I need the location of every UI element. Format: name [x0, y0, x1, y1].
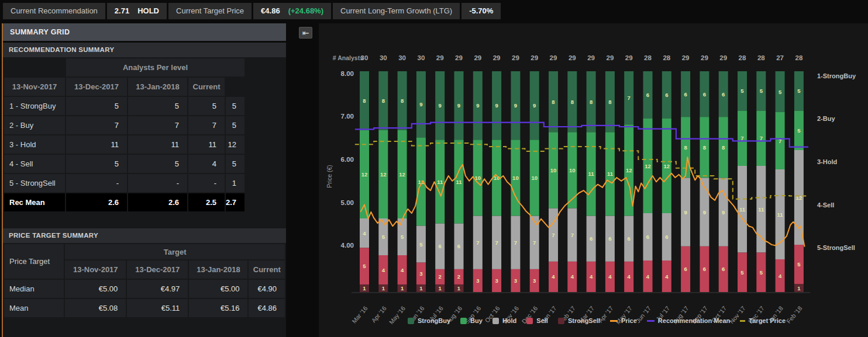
segment-count-label: 7 [533, 239, 536, 246]
segment-count-label: 12 [361, 171, 368, 178]
segment-count-label: 11 [437, 179, 443, 185]
price-target-summary-title: PRICE TARGET SUMMARY [3, 228, 286, 243]
segment-count-label: 4 [552, 273, 555, 280]
segment-count-label: 4 [363, 230, 366, 237]
cell-value: 4 [188, 155, 225, 173]
segment-count-label: 4 [401, 267, 404, 273]
recommendation-rating: HOLD [137, 3, 159, 19]
segment-count-label: 5 [419, 241, 423, 248]
segment-count-label: 11 [588, 171, 595, 177]
segment-count-label: 7 [476, 239, 479, 246]
empty-corner-cell [4, 58, 65, 77]
segment-count-label: 8 [363, 98, 366, 104]
segment-count-label: 9 [722, 209, 725, 216]
analysts-count: 30 [398, 54, 406, 61]
price-tick-label: 7.00 [341, 113, 354, 120]
cell-value: €5.08 [65, 299, 126, 317]
cell-value: 7 [66, 116, 127, 134]
segment-count-label: 6 [684, 91, 687, 98]
label-text: Current Recommendation [11, 3, 98, 19]
ltg-value: -5.70% [461, 3, 501, 19]
analysts-count: 29 [550, 54, 557, 61]
legend-label: StrongBuy [418, 317, 450, 324]
segment-count-label: 7 [571, 232, 574, 238]
cell-value: 5 [128, 155, 187, 173]
current-recommendation-value: 2.71 HOLD [107, 3, 167, 19]
analysts-count: 29 [531, 54, 538, 61]
current-target-price-label: Current Target Price [168, 3, 252, 19]
segment-count-label: 9 [476, 102, 479, 109]
legend-item-sell: Sell [526, 317, 548, 324]
segment-count-label: 9 [684, 209, 687, 216]
legend-swatch-icon [740, 320, 745, 322]
segment-count-label: 8 [608, 99, 611, 105]
segment-count-label: 5 [740, 269, 744, 276]
analysts-count: 29 [512, 54, 519, 61]
legend-item-price: Price [610, 317, 637, 324]
segment-count-label: 10 [550, 167, 557, 173]
segment-count-label: 8 [382, 98, 385, 104]
segment-count-label: 4 [646, 273, 650, 280]
legend-item-hold: Hold [492, 317, 516, 324]
cell-value: 2.6 [66, 193, 127, 211]
chart-canvas: # Analysts8.007.006.005.004.00Price (€)1… [319, 23, 868, 337]
current-stats-bar: Current Recommendation 2.71 HOLD Current… [3, 3, 501, 19]
segment-count-label: 12 [645, 163, 651, 169]
cell-value: 7 [128, 116, 187, 134]
column-header: Current [188, 78, 225, 96]
analysts-per-level-header: Analysts Per level [66, 58, 244, 77]
analysts-count: 29 [682, 54, 690, 61]
recommendation-history-chart: # Analysts8.007.006.005.004.00Price (€)1… [319, 23, 868, 337]
cell-value: 5 [226, 155, 244, 173]
segment-count-label: 5 [797, 127, 801, 134]
segment-count-label: 8 [703, 144, 706, 151]
segment-count-label: 5 [760, 88, 763, 94]
cell-value: €5.00 [65, 280, 126, 298]
segment-count-label: 5 [797, 88, 801, 94]
analysts-count: 29 [587, 54, 595, 61]
label-text: Current Target Price [176, 3, 244, 19]
segment-count-label: 6 [665, 92, 668, 98]
recommendation-summary-table: Analysts Per level 13-Nov-201713-Dec-201… [3, 57, 246, 213]
cell-value: 11 [128, 136, 187, 154]
cell-value: 5 [66, 155, 127, 173]
segment-count-label: 1 [797, 285, 801, 291]
row-label: 2 - Buy [4, 116, 65, 134]
legend-label: Target Price [749, 317, 786, 324]
column-header: 13-Nov-2017 [65, 260, 126, 279]
segment-count-label: 1 [363, 285, 366, 291]
segment-count-label: 5 [779, 89, 782, 95]
segment-count-label: 11 [456, 179, 462, 185]
cell-value: €5.16 [189, 299, 247, 317]
segment-count-label: 5 [740, 88, 744, 94]
segment-count-label: 3 [514, 277, 517, 284]
collapse-left-panel-button[interactable]: ⇤ [299, 27, 312, 39]
cell-value: 1 [226, 174, 244, 192]
recommendation-axis-label: 1-StrongBuy [817, 72, 856, 79]
segment-count-label: 3 [533, 277, 536, 284]
segment-count-label: 8 [722, 144, 725, 151]
collapse-left-icon: ⇤ [302, 28, 309, 37]
analysts-count: 29 [474, 54, 481, 61]
segment-count-label: 4 [779, 273, 782, 279]
cell-value: 12 [226, 136, 244, 154]
segment-count-label: 6 [665, 234, 668, 240]
segment-count-label: 11 [739, 206, 746, 213]
ltg-label: Current Long-Term Growth (LTG) [333, 3, 460, 19]
cell-value: 11 [66, 136, 127, 154]
ltg-growth-value: -5.70% [469, 3, 493, 19]
column-header: 13-Dec-2017 [127, 260, 188, 279]
segment-count-label: 2 [457, 273, 460, 280]
cell-value: 5 [188, 97, 225, 115]
segment-count-label: 3 [495, 277, 498, 284]
segment-count-label: 1 [382, 285, 385, 291]
segment-count-label: 8 [401, 98, 404, 104]
analysts-count: 28 [663, 54, 670, 61]
segment-count-label: 4 [608, 273, 612, 280]
segment-count-label: 6 [684, 266, 687, 272]
analysts-count: 27 [776, 54, 784, 61]
row-label: 3 - Hold [4, 136, 65, 154]
target-price-change: (+24.68%) [288, 3, 323, 19]
cell-value: - [66, 174, 127, 192]
column-header: 13-Jan-2018 [189, 260, 247, 279]
